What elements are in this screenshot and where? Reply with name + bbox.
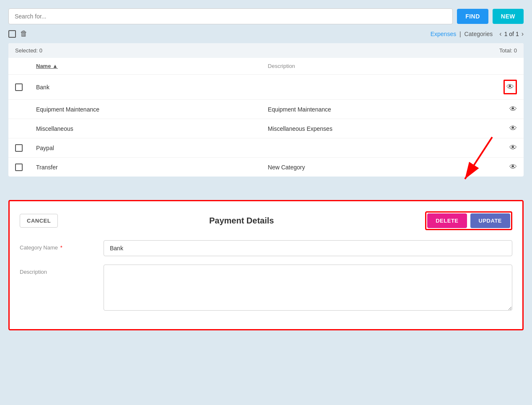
payment-header: CANCEL Payment Details DELETE UPDATE [20,211,512,230]
name-column-header[interactable]: Name ▲ [29,58,261,75]
view-icon-bank[interactable]: 👁 [503,80,517,94]
cancel-button[interactable]: CANCEL [20,214,58,228]
select-all-checkbox[interactable] [8,30,16,38]
payment-details-panel: CANCEL Payment Details DELETE UPDATE Cat… [8,200,524,330]
table-row: Bank 👁 [8,75,524,100]
search-input[interactable] [8,8,453,24]
top-bar: FIND NEW [8,8,524,24]
expenses-link[interactable]: Expenses [431,31,456,37]
row-desc-bank [261,75,497,100]
table-meta: Selected: 0 Total: 0 [8,43,524,58]
annotation-arrow [427,133,511,183]
second-bar: 🗑 Expenses | Categories ‹ 1 of 1 › [8,29,524,38]
new-button[interactable]: NEW [493,9,524,24]
categories-link[interactable]: Categories [465,31,493,37]
row-name-bank: Bank [29,75,261,100]
find-button[interactable]: FIND [457,9,488,24]
view-icon-equipment[interactable]: 👁 [509,105,517,113]
category-name-input[interactable] [104,240,512,256]
category-name-row: Category Name * [20,240,512,256]
row-name-equipment: Equipment Maintenance [29,100,261,119]
category-name-label: Category Name * [20,240,104,251]
payment-details-title: Payment Details [58,216,425,226]
arrow-area [8,183,524,200]
prev-page-arrow[interactable]: ‹ [499,30,501,38]
row-name-misc: Miscellaneous [29,119,261,138]
action-buttons: DELETE UPDATE [425,211,512,230]
row-checkbox-paypal[interactable] [15,144,23,152]
description-row: Description [20,265,512,311]
page-info: 1 of 1 [504,31,519,37]
description-column-header: Description [261,58,497,75]
total-count: Total: 0 [499,47,517,54]
pagination: ‹ 1 of 1 › [499,30,524,38]
update-button[interactable]: UPDATE [470,213,510,228]
selected-count: Selected: 0 [15,47,42,54]
nav-links: Expenses | Categories [431,31,493,37]
required-star: * [59,244,62,251]
delete-icon[interactable]: 🗑 [20,29,28,38]
row-name-transfer: Transfer [29,158,261,177]
table-row: Equipment Maintenance Equipment Maintena… [8,100,524,119]
row-name-paypal: Paypal [29,138,261,158]
view-icon-misc[interactable]: 👁 [509,124,517,132]
delete-button[interactable]: DELETE [427,213,467,228]
next-page-arrow[interactable]: › [522,30,524,38]
nav-separator: | [459,31,461,37]
description-textarea[interactable] [104,265,512,311]
description-label: Description [20,265,104,275]
svg-line-1 [465,137,492,179]
row-checkbox-transfer[interactable] [15,164,23,171]
row-checkbox-bank[interactable] [15,83,23,91]
row-desc-equipment: Equipment Maintenance [261,100,497,119]
